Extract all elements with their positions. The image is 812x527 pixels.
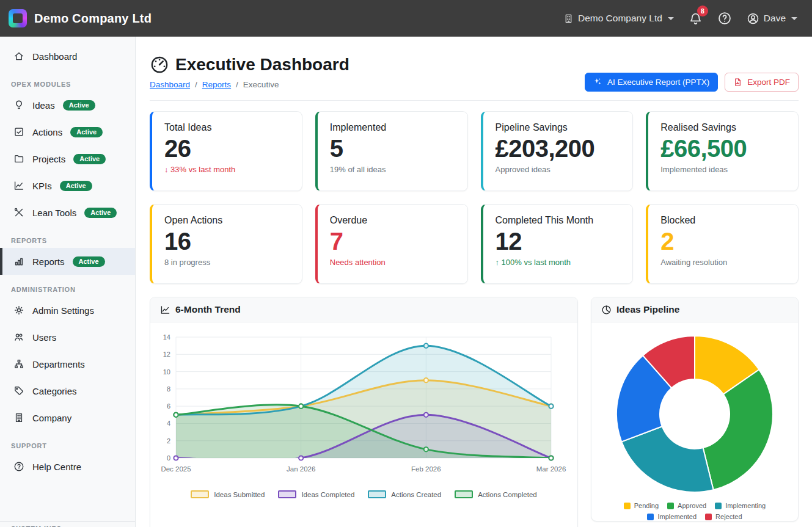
legend-label: Actions Completed: [478, 491, 537, 498]
sidebar-item-lean-tools[interactable]: Lean ToolsActive: [0, 199, 135, 226]
sidebar-item-label: Admin Settings: [32, 305, 94, 316]
notifications-button[interactable]: 8: [689, 12, 703, 26]
legend-item-actions-created[interactable]: Actions Created: [368, 490, 441, 498]
legend-swatch: [368, 490, 386, 498]
svg-text:10: 10: [163, 368, 170, 376]
file-pdf-icon: [733, 78, 742, 87]
sidebar-item-categories[interactable]: Categories: [0, 377, 135, 404]
brand: Demo Company Ltd: [9, 9, 152, 27]
sidebar-item-kpis[interactable]: KPIsActive: [0, 172, 135, 199]
kpi-value: 5: [330, 134, 455, 162]
svg-text:6: 6: [167, 402, 170, 410]
kpi-value: 7: [330, 227, 455, 255]
trend-chart-legend: Ideas SubmittedIdeas CompletedActions Cr…: [150, 490, 577, 498]
sidebar-item-admin-settings[interactable]: Admin Settings: [0, 297, 135, 324]
sidebar-section-title: SUPPORT: [0, 431, 135, 453]
sidebar-item-dashboard[interactable]: Dashboard: [0, 43, 135, 70]
top-navbar: Demo Company Ltd Demo Company Ltd 8 Dave: [0, 0, 812, 37]
sidebar-item-label: Ideas: [32, 100, 55, 111]
pipeline-card-title: Ideas Pipeline: [616, 304, 679, 315]
svg-text:Jan 2026: Jan 2026: [287, 465, 315, 473]
kpi-grid: Total Ideas26↓ 33% vs last monthImplemen…: [150, 111, 799, 284]
sidebar-item-label: KPIs: [32, 181, 52, 191]
pipeline-donut-svg: [612, 331, 778, 497]
legend-item-actions-completed[interactable]: Actions Completed: [455, 490, 537, 498]
sidebar-item-projects[interactable]: ProjectsActive: [0, 145, 135, 172]
svg-text:Dec 2025: Dec 2025: [161, 465, 191, 473]
export-pdf-button[interactable]: Export PDF: [725, 73, 799, 92]
active-badge: Active: [60, 181, 92, 191]
kpi-card-overdue: Overdue7Needs attention: [315, 204, 468, 284]
sidebar-section-title: ADMINISTRATION: [0, 275, 135, 297]
building-icon: [13, 412, 24, 423]
legend-label: Ideas Completed: [301, 491, 354, 498]
legend-item-pending[interactable]: Pending: [624, 502, 659, 509]
line-chart-icon: [13, 180, 24, 191]
trend-line-chart: 02468101214Dec 2025Jan 2026Feb 2026Mar 2…: [150, 331, 577, 484]
breadcrumb-dashboard-link[interactable]: Dashboard: [150, 80, 190, 89]
gear-icon: [13, 305, 24, 316]
legend-label: Implementing: [725, 502, 766, 509]
users-icon: [13, 332, 24, 343]
kpi-card-total-ideas: Total Ideas26↓ 33% vs last month: [150, 111, 302, 191]
sidebar-item-label: Projects: [32, 154, 65, 164]
kpi-subtitle: Needs attention: [330, 258, 455, 267]
user-name: Dave: [764, 13, 786, 24]
sidebar-item-actions[interactable]: ActionsActive: [0, 118, 135, 145]
legend-label: Rejected: [715, 513, 742, 520]
sidebar-item-label: Categories: [32, 386, 77, 396]
sidebar-item-help-centre[interactable]: Help Centre: [0, 453, 135, 480]
legend-item-implementing[interactable]: Implementing: [715, 502, 766, 509]
legend-item-ideas-completed[interactable]: Ideas Completed: [278, 490, 354, 498]
chevron-down-icon: [791, 17, 797, 20]
legend-swatch: [191, 490, 209, 498]
sidebar-item-departments[interactable]: Departments: [0, 351, 135, 377]
legend-swatch: [455, 490, 473, 498]
lightbulb-icon: [13, 100, 24, 111]
ai-executive-report-button[interactable]: AI Executive Report (PPTX): [585, 73, 718, 92]
sidebar-item-company[interactable]: Company: [0, 404, 135, 431]
help-button[interactable]: [717, 11, 732, 26]
legend-label: Ideas Submitted: [214, 491, 265, 498]
sidebar-item-label: Dashboard: [32, 51, 77, 62]
chevron-down-icon: [668, 17, 674, 20]
kpi-value: 26: [164, 134, 290, 162]
kpi-subtitle: ↑ 100% vs last month: [496, 258, 621, 267]
kpi-title: Realised Savings: [660, 122, 786, 133]
sidebar-item-label: Actions: [32, 127, 62, 137]
kpi-subtitle: Approved ideas: [496, 165, 621, 174]
sidebar-item-users[interactable]: Users: [0, 324, 135, 351]
pipeline-card-header: Ideas Pipeline: [591, 297, 798, 322]
pipeline-donut-chart: [591, 331, 798, 497]
svg-text:4: 4: [167, 420, 170, 427]
legend-item-approved[interactable]: Approved: [667, 502, 706, 509]
kpi-title: Blocked: [660, 215, 786, 226]
sidebar-item-ideas[interactable]: IdeasActive: [0, 92, 135, 118]
building-icon: [563, 13, 574, 24]
sidebar-section-title: OPEX MODULES: [0, 70, 135, 92]
legend-swatch: [705, 514, 712, 520]
tag-icon: [13, 385, 24, 396]
user-menu[interactable]: Dave: [747, 12, 797, 25]
donut-slice-approved: [703, 369, 773, 490]
svg-text:Feb 2026: Feb 2026: [411, 465, 441, 473]
kpi-card-pipeline-savings: Pipeline Savings£203,200Approved ideas: [481, 111, 634, 191]
legend-item-ideas-submitted[interactable]: Ideas Submitted: [191, 490, 265, 498]
kpi-subtitle: Awaiting resolution: [660, 258, 786, 267]
legend-label: Implemented: [657, 513, 697, 520]
company-selector[interactable]: Demo Company Ltd: [563, 13, 674, 24]
sidebar-item-label: Company: [32, 413, 71, 423]
sidebar-item-label: Reports: [32, 256, 65, 267]
sidebar-item-label: Users: [32, 332, 56, 343]
sidebar-item-reports[interactable]: ReportsActive: [0, 248, 135, 275]
breadcrumb-reports-link[interactable]: Reports: [202, 80, 231, 89]
sidebar-item-label: Help Centre: [32, 462, 81, 472]
kpi-title: Total Ideas: [164, 122, 290, 133]
legend-item-rejected[interactable]: Rejected: [705, 513, 742, 520]
header-divider: [150, 100, 799, 101]
help-circle-icon: [13, 461, 24, 472]
svg-text:Mar 2026: Mar 2026: [536, 465, 566, 473]
legend-item-implemented[interactable]: Implemented: [647, 513, 697, 520]
pie-chart-icon: [601, 305, 612, 315]
breadcrumb-current: Executive: [243, 80, 279, 89]
